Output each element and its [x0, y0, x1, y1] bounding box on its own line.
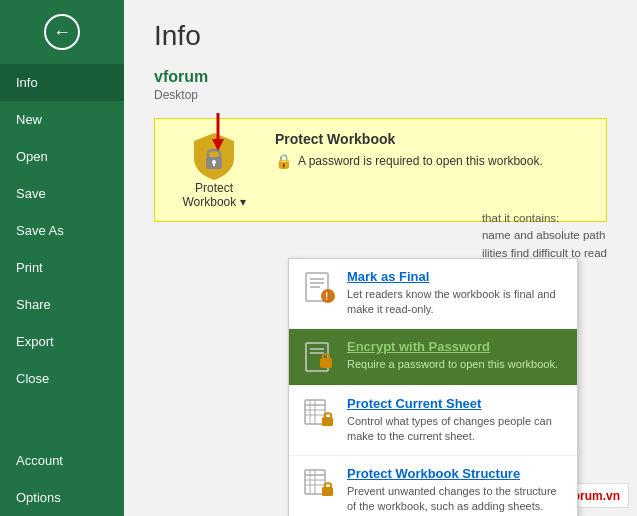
protect-section: ProtectWorkbook ▾ Protect Workbook 🔒 A p…: [154, 118, 607, 222]
main-content: Info vforum Desktop: [124, 0, 637, 516]
lock-inline-icon: 🔒: [275, 153, 292, 169]
svg-rect-2: [213, 162, 215, 166]
protect-sheet-icon: [301, 396, 337, 432]
mark-final-text: Mark as Final Let readers know the workb…: [347, 269, 565, 318]
protect-workbook-button[interactable]: ProtectWorkbook ▾: [169, 131, 259, 209]
dropdown-item-encrypt[interactable]: Encrypt with Password Require a password…: [289, 329, 577, 386]
dropdown-item-mark-final[interactable]: ! Mark as Final Let readers know the wor…: [289, 259, 577, 329]
dropdown-item-protect-structure[interactable]: Protect Workbook Structure Prevent unwan…: [289, 456, 577, 516]
protect-info: Protect Workbook 🔒 A password is require…: [275, 131, 543, 169]
back-button[interactable]: ←: [0, 0, 124, 64]
sidebar: ← Info New Open Save Save As Print Share…: [0, 0, 124, 516]
workbook-location: Desktop: [154, 88, 607, 102]
sidebar-item-new[interactable]: New: [0, 101, 124, 138]
sidebar-item-export[interactable]: Export: [0, 323, 124, 360]
mark-final-icon: !: [301, 269, 337, 305]
dropdown-item-protect-sheet[interactable]: Protect Current Sheet Control what types…: [289, 386, 577, 456]
sidebar-item-options[interactable]: Options: [0, 479, 124, 516]
page-title: Info: [154, 20, 607, 52]
sidebar-bottom: Account Options: [0, 442, 124, 516]
svg-rect-14: [320, 358, 332, 368]
protect-icon: [188, 131, 240, 181]
back-circle-icon: ←: [44, 14, 80, 50]
encrypt-icon: [301, 339, 337, 375]
sidebar-item-account[interactable]: Account: [0, 442, 124, 479]
workbook-name: vforum: [154, 68, 607, 86]
main-inner: Info vforum Desktop: [124, 0, 637, 242]
protect-structure-text: Protect Workbook Structure Prevent unwan…: [347, 466, 565, 515]
sidebar-item-save[interactable]: Save: [0, 175, 124, 212]
protect-structure-icon: [301, 466, 337, 502]
sidebar-item-close[interactable]: Close: [0, 360, 124, 397]
sidebar-item-open[interactable]: Open: [0, 138, 124, 175]
sidebar-item-share[interactable]: Share: [0, 286, 124, 323]
protect-btn-label: ProtectWorkbook ▾: [182, 181, 245, 209]
protect-dropdown: ! Mark as Final Let readers know the wor…: [288, 258, 578, 516]
sidebar-item-print[interactable]: Print: [0, 249, 124, 286]
svg-marker-4: [212, 139, 224, 151]
protect-sheet-text: Protect Current Sheet Control what types…: [347, 396, 565, 445]
svg-text:!: !: [325, 291, 328, 302]
sidebar-item-info[interactable]: Info: [0, 64, 124, 101]
encrypt-text: Encrypt with Password Require a password…: [347, 339, 565, 372]
svg-rect-28: [322, 487, 333, 496]
sidebar-item-save-as[interactable]: Save As: [0, 212, 124, 249]
svg-rect-21: [322, 417, 333, 426]
